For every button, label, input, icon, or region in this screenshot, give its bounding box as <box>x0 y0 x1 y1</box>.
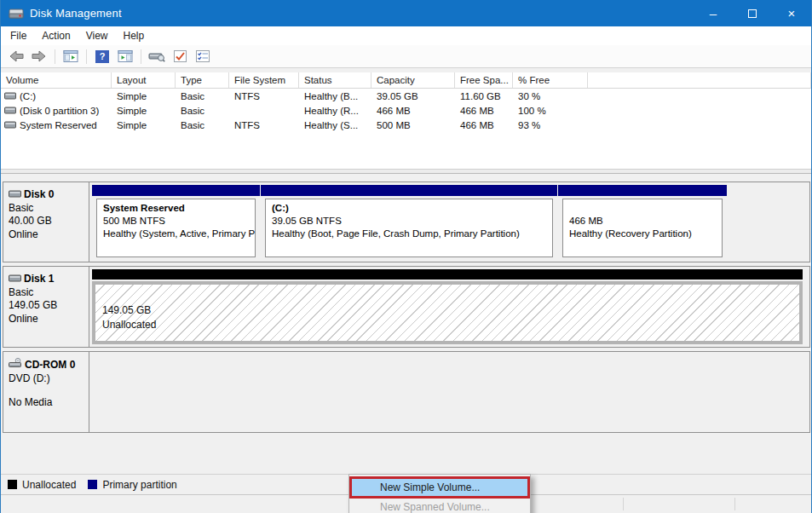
list-options-icon[interactable] <box>193 48 212 65</box>
cdrom-row: CD-ROM 0 DVD (D:) No Media <box>3 351 810 433</box>
partition-recovery[interactable]: 466 MB Healthy (Recovery Partition) <box>558 185 727 259</box>
unallocated-body[interactable]: 149.05 GB Unallocated <box>92 281 803 344</box>
col-type[interactable]: Type <box>176 72 229 88</box>
disk0-track: System Reserved 500 MB NTFS Healthy (Sys… <box>89 182 809 262</box>
volume-row[interactable]: System Reserved Simple Basic NTFS Health… <box>1 118 811 132</box>
toolbar-separator <box>141 49 141 64</box>
volume-icon <box>4 106 16 116</box>
cdrom-icon <box>9 358 22 372</box>
minimize-button[interactable]: – <box>694 0 733 26</box>
maximize-icon <box>748 9 757 18</box>
col-volume[interactable]: Volume <box>1 72 112 88</box>
cdrom-label[interactable]: CD-ROM 0 DVD (D:) No Media <box>3 352 89 432</box>
volume-row[interactable]: (C:) Simple Basic NTFS Healthy (B... 39.… <box>1 89 811 103</box>
title-bar: Disk Management – × <box>1 0 811 26</box>
col-layout[interactable]: Layout <box>112 72 176 88</box>
cdrom-media-status: No Media <box>9 396 86 410</box>
col-filler <box>588 72 811 88</box>
menu-help[interactable]: Help <box>116 26 153 45</box>
menu-view[interactable]: View <box>78 26 116 45</box>
col-pct-free[interactable]: % Free <box>513 72 588 88</box>
legend-unallocated: Unallocated <box>8 479 76 491</box>
forward-icon[interactable] <box>30 48 49 65</box>
graphical-view: Disk 0 Basic 40.00 GB Online System Rese… <box>1 174 811 474</box>
disk-icon <box>9 188 21 202</box>
partition-c[interactable]: (C:) 39.05 GB NTFS Healthy (Boot, Page F… <box>261 185 557 259</box>
help-icon[interactable]: ? <box>93 48 112 65</box>
unallocated-region[interactable]: 149.05 GB Unallocated <box>92 269 803 344</box>
console-tree-icon[interactable] <box>61 48 80 65</box>
menu-item-new-spanned-volume[interactable]: New Spanned Volume... <box>349 499 530 513</box>
statusbar-divider <box>623 498 624 510</box>
disk0-type: Basic <box>9 202 86 216</box>
disk0-row: Disk 0 Basic 40.00 GB Online System Rese… <box>3 182 810 262</box>
volume-list: Volume Layout Type File System Status Ca… <box>1 72 811 169</box>
primary-partition-bar <box>92 185 260 196</box>
window-title: Disk Management <box>30 7 694 20</box>
disk1-label[interactable]: Disk 1 Basic 149.05 GB Online <box>3 267 89 347</box>
col-free-space[interactable]: Free Spa... <box>455 72 513 88</box>
close-button[interactable]: × <box>772 0 811 26</box>
volume-table-header: Volume Layout Type File System Status Ca… <box>1 72 811 89</box>
unallocated-label: Unallocated <box>102 318 799 332</box>
unallocated-bar <box>92 269 803 280</box>
disk-management-window: Disk Management – × File Action View Hel… <box>0 0 812 513</box>
legend-primary-partition: Primary partition <box>88 479 176 491</box>
menu-action[interactable]: Action <box>34 26 78 45</box>
primary-partition-bar <box>558 185 727 196</box>
disk1-track: 149.05 GB Unallocated <box>89 267 809 347</box>
validate-icon[interactable] <box>170 48 189 65</box>
disk0-size: 40.00 GB <box>9 215 86 228</box>
disk1-status: Online <box>9 313 86 326</box>
context-menu: New Simple Volume... New Spanned Volume.… <box>348 474 531 513</box>
cdrom-track <box>89 352 809 432</box>
disk0-status: Online <box>9 228 86 242</box>
menu-bar: File Action View Help <box>1 26 811 45</box>
unallocated-swatch <box>8 480 17 489</box>
toolbar-separator <box>86 49 87 64</box>
primary-partition-swatch <box>88 480 97 489</box>
menu-item-new-simple-volume[interactable]: New Simple Volume... <box>349 476 530 499</box>
col-capacity[interactable]: Capacity <box>371 72 455 88</box>
volume-icon <box>4 120 16 130</box>
back-icon[interactable] <box>7 48 26 65</box>
partition-system-reserved[interactable]: System Reserved 500 MB NTFS Healthy (Sys… <box>92 185 260 259</box>
primary-partition-bar <box>261 185 557 196</box>
menu-file[interactable]: File <box>1 26 34 45</box>
maximize-button[interactable] <box>733 0 772 26</box>
action-pane-icon[interactable] <box>116 48 135 65</box>
volume-row[interactable]: (Disk 0 partition 3) Simple Basic Health… <box>1 103 811 118</box>
disk-view-icon[interactable] <box>147 48 166 65</box>
disk-icon <box>9 273 21 286</box>
volume-icon <box>4 91 16 101</box>
cdrom-drive: DVD (D:) <box>9 372 86 386</box>
col-status[interactable]: Status <box>299 72 371 88</box>
toolbar-separator <box>55 49 55 64</box>
app-disk-icon <box>9 8 24 20</box>
disk1-row: Disk 1 Basic 149.05 GB Online 149.05 GB … <box>3 266 810 348</box>
unallocated-size: 149.05 GB <box>102 303 799 318</box>
statusbar-divider <box>734 498 735 510</box>
disk0-label[interactable]: Disk 0 Basic 40.00 GB Online <box>3 182 89 262</box>
toolbar: ? <box>1 45 811 68</box>
disk1-type: Basic <box>9 286 86 300</box>
col-file-system[interactable]: File System <box>229 72 299 88</box>
disk1-size: 149.05 GB <box>9 299 86 313</box>
